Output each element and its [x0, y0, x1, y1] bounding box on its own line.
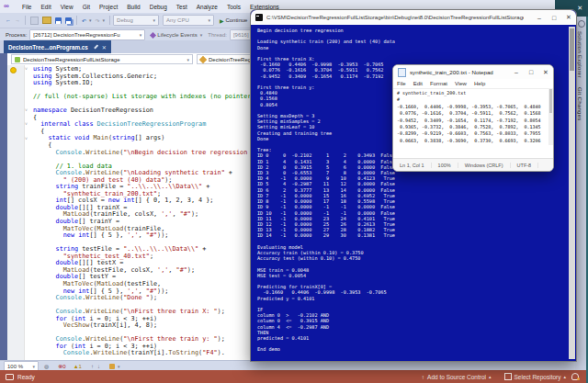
notepad-title-text: synthetic_train_200.txt - Notepad: [410, 69, 493, 75]
notepad-maximize-icon[interactable]: □: [524, 69, 538, 75]
continue-button[interactable]: ▶ Continue▾: [220, 17, 253, 24]
code-line: internal class DecisionTreeRegressionPro…: [33, 121, 263, 129]
platform-dropdown[interactable]: Any CPU▾: [163, 15, 214, 26]
fold-chevron-icon[interactable]: ˅: [25, 136, 32, 142]
edit-mode-icon[interactable]: ▾: [109, 364, 120, 369]
console-minimize-icon[interactable]: –: [532, 15, 547, 21]
menu-build[interactable]: Build: [122, 4, 144, 10]
notepad-status-segment-0: Ln 1, Col 1: [393, 163, 432, 168]
code-line: // full (not-sparse) List storage with i…: [33, 94, 263, 101]
console-scrollbar-thumb[interactable]: [570, 28, 574, 71]
csharp-project-icon: [15, 57, 20, 62]
notepad-status-bar: Ln 1, Col 1100%Windows (CRLF)UTF-8: [393, 158, 553, 171]
background-window-close-icon[interactable]: ✕: [577, 5, 582, 12]
add-to-source-control-button[interactable]: ↑Add to Source Control▴: [422, 374, 492, 380]
menu-analyze[interactable]: Analyze: [192, 4, 222, 10]
visual-studio-logo-icon: ∞: [4, 2, 15, 11]
notepad-scrollbar-thumb[interactable]: [549, 89, 552, 113]
code-line: new int[] { 5 }, ',', "#"));: [33, 232, 263, 240]
notepad-window: synthetic_train_200.txt - Notepad – □ ✕ …: [392, 64, 554, 172]
configuration-dropdown[interactable]: Debug▾: [113, 15, 159, 26]
fold-chevron-icon[interactable]: ˅: [25, 121, 32, 128]
status-ready: Ready: [17, 374, 35, 380]
notepad-status-segment-2: Windows (CRLF): [458, 163, 511, 168]
class-icon: [199, 55, 207, 62]
cmd-icon: [255, 14, 263, 21]
menu-view[interactable]: View: [56, 4, 78, 10]
code-line: VecShow(trainX[i], 4, 8);: [33, 322, 263, 330]
menu-test[interactable]: Test: [172, 4, 192, 10]
project-dropdown[interactable]: DecisionTreeRegressionFullListStorage▾: [11, 54, 193, 64]
console-scrollbar[interactable]: [569, 27, 575, 359]
code-line: static void Main(string[] args): [33, 135, 263, 142]
code-line: Console.WriteLine("\nBegin decision tree…: [33, 150, 263, 157]
open-file-icon[interactable]: [42, 17, 51, 24]
menu-tools[interactable]: Tools: [222, 4, 245, 10]
notepad-menu-edit[interactable]: Edit: [410, 81, 426, 86]
navigate-forward-icon[interactable]: →: [15, 17, 20, 23]
code-line: using System.IO;: [33, 80, 263, 87]
redo-icon[interactable]: ↷▾: [96, 17, 106, 24]
code-text: using System;using System.Collections.Ge…: [33, 66, 263, 357]
undo-icon[interactable]: ↶▾: [82, 17, 92, 24]
notifications-bell-icon[interactable]: [571, 373, 579, 380]
code-line: namespace DecisionTreeRegression: [33, 107, 263, 115]
code-line: Console.WriteLine("Done ");: [33, 295, 263, 302]
console-title-bar[interactable]: C:\VSM\DecisionTreeRegressionFullListSto…: [251, 10, 576, 26]
side-tab-solution-explorer[interactable]: Solution Explorer: [577, 31, 582, 78]
menu-project[interactable]: Project: [95, 4, 122, 10]
notepad-menu-view[interactable]: View: [451, 81, 470, 86]
notepad-text[interactable]: # synthetic_train_200.txt # -0.1660, 0.4…: [393, 89, 553, 144]
new-file-icon[interactable]: [30, 17, 39, 25]
notepad-status-segment-3: UTF-8: [511, 163, 539, 168]
navigate-back-icon[interactable]: ←: [6, 17, 11, 23]
process-label: Process:: [6, 32, 27, 38]
notepad-minimize-icon[interactable]: –: [509, 69, 524, 75]
fold-chevron-icon[interactable]: ˅: [25, 107, 32, 114]
notepad-status-segment-1: 100%: [432, 163, 458, 168]
editor-gutter: [7, 65, 25, 360]
select-repository-button[interactable]: Select Repository▴: [504, 373, 566, 380]
status-bar: Ready ↑Add to Source Control▴ Select Rep…: [0, 370, 586, 383]
console-title-text: C:\VSM\DecisionTreeRegressionFullListSto…: [266, 15, 524, 20]
tab-title: DecisionTree...onProgram.cs: [8, 44, 88, 51]
lifecycle-events-dropdown[interactable]: Lifecycle Events▾: [157, 32, 202, 38]
prev-issue-icon[interactable]: ↑: [91, 364, 94, 369]
menu-git[interactable]: Git: [78, 4, 95, 10]
fold-chevron-icon[interactable]: ˅: [25, 66, 32, 73]
next-issue-icon[interactable]: ↓: [97, 364, 100, 369]
notepad-menu-format[interactable]: Format: [426, 81, 451, 86]
document-health-icon[interactable]: ◍: [44, 363, 49, 369]
save-all-icon[interactable]: [65, 17, 72, 24]
save-icon[interactable]: [55, 17, 62, 24]
menu-edit[interactable]: Edit: [36, 4, 55, 10]
notepad-scrollbar[interactable]: [548, 88, 553, 145]
lifecycle-events-icon: [151, 33, 155, 38]
notepad-close-icon[interactable]: ✕: [538, 69, 553, 76]
tab-close-icon[interactable]: ✕: [102, 44, 107, 51]
warnings-indicator[interactable]: ▲ 1: [74, 364, 82, 369]
notepad-menu-help[interactable]: Help: [470, 81, 489, 86]
console-maximize-icon[interactable]: □: [547, 15, 561, 21]
message-icon: [6, 374, 14, 380]
lightbulb-icon[interactable]: [10, 67, 17, 73]
console-window: C:\VSM\DecisionTreeRegressionFullListSto…: [250, 9, 577, 362]
menu-debug[interactable]: Debug: [145, 4, 172, 10]
side-tab-git-changes[interactable]: Git Changes: [577, 87, 582, 121]
tab-decisiontree-program[interactable]: DecisionTree...onProgram.cs ✕: [4, 40, 111, 53]
code-line: Console.WriteLine(trainY[i].ToString("F4…: [33, 350, 263, 357]
menu-file[interactable]: File: [17, 4, 36, 10]
notepad-menu-file[interactable]: File: [393, 81, 410, 86]
thread-label: Thread:: [208, 32, 227, 38]
notepad-title-bar[interactable]: synthetic_train_200.txt - Notepad – □ ✕: [393, 65, 553, 79]
feedback-icon[interactable]: [578, 20, 585, 28]
pin-icon[interactable]: [94, 45, 98, 50]
console-close-icon[interactable]: ✕: [561, 14, 576, 21]
errors-indicator[interactable]: ⊗ 0: [58, 363, 65, 369]
process-dropdown[interactable]: [26712] DecisionTreeRegressionFu▾: [29, 29, 145, 40]
notepad-icon: [398, 68, 406, 77]
notepad-menu-bar: FileEditFormatViewHelp: [393, 79, 553, 89]
